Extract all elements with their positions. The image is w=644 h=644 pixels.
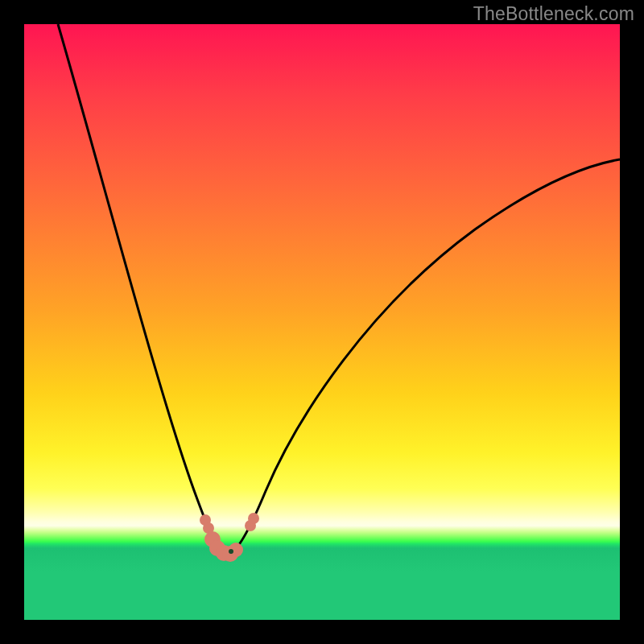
curve-beads	[200, 513, 259, 562]
plot-area	[24, 24, 620, 620]
bottleneck-curve	[24, 24, 620, 620]
curve-path	[58, 24, 620, 553]
watermark-text: TheBottleneck.com	[473, 3, 634, 25]
min-point	[229, 549, 233, 554]
svg-point-8	[248, 513, 259, 524]
